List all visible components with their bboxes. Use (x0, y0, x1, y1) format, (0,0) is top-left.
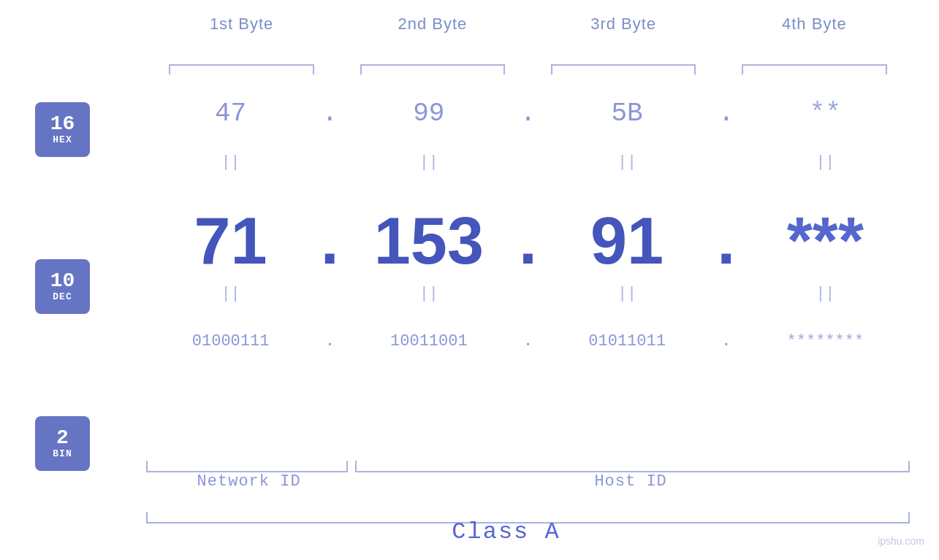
bin-b2: 10011001 (344, 332, 513, 350)
hex-name: HEX (53, 134, 72, 145)
top-bracket-2 (337, 64, 528, 74)
dec-b3: 91 (543, 208, 712, 274)
network-id-label: Network ID (197, 472, 301, 491)
eq-db-1: || (146, 285, 315, 303)
bin-b3: 01011011 (543, 332, 712, 350)
bin-badge: 2 BIN (35, 416, 90, 471)
hex-badge: 16 HEX (35, 102, 90, 157)
eq-hd-1: || (146, 153, 315, 172)
bin-name: BIN (53, 448, 72, 459)
dec-b2: 153 (344, 208, 513, 274)
ip-grid: 47 . 99 . 5B . ** || || (146, 51, 910, 487)
network-id-section: Network ID (146, 472, 351, 491)
eq-hd-4: || (741, 153, 910, 172)
bin-row: 01000111 . 10011001 . 01011011 . *******… (146, 332, 910, 350)
dec-dot-3: . (712, 208, 741, 274)
byte-label-3: 3rd Byte (528, 15, 719, 34)
eq-hd-3: || (543, 153, 712, 172)
dec-b1: 71 (146, 208, 315, 274)
main-container: 1st Byte 2nd Byte 3rd Byte 4th Byte 16 H… (0, 0, 939, 560)
equals-hex-dec: || || || || (146, 153, 910, 172)
bin-dot-3: . (712, 332, 741, 350)
bottom-labels: Network ID Host ID (146, 472, 910, 491)
network-id-bracket (146, 461, 348, 472)
dec-dot-1: . (315, 208, 344, 274)
watermark: ipshu.com (878, 535, 924, 547)
dec-name: DEC (53, 291, 72, 302)
hex-dot-2: . (514, 99, 543, 129)
class-label-area: Class A (146, 518, 866, 545)
byte-label-2: 2nd Byte (337, 15, 528, 34)
dec-badge: 10 DEC (35, 259, 90, 314)
byte-label-4: 4th Byte (719, 15, 910, 34)
hex-row: 47 . 99 . 5B . ** (146, 99, 910, 129)
hex-b4: ** (741, 99, 910, 129)
top-bracket-row (146, 64, 910, 74)
byte-label-1: 1st Byte (146, 15, 337, 34)
eq-db-4: || (741, 285, 910, 303)
host-id-bracket (355, 461, 910, 472)
bin-dot-1: . (315, 332, 344, 350)
bin-b4: ******** (741, 332, 910, 350)
hex-b2: 99 (344, 99, 513, 129)
dec-row: 71 . 153 . 91 . *** (146, 208, 910, 274)
byte-labels: 1st Byte 2nd Byte 3rd Byte 4th Byte (146, 15, 910, 34)
dec-number: 10 (50, 271, 75, 291)
bin-number: 2 (56, 428, 69, 448)
hex-number: 16 (50, 114, 75, 134)
hex-b3: 5B (543, 99, 712, 129)
host-id-section: Host ID (351, 472, 910, 491)
hex-dot-3: . (712, 99, 741, 129)
class-label: Class A (452, 518, 560, 545)
hex-dot-1: . (315, 99, 344, 129)
host-id-label: Host ID (594, 472, 666, 491)
top-bracket-1 (146, 64, 337, 74)
equals-dec-bin: || || || || (146, 285, 910, 303)
base-badges: 16 HEX 10 DEC 2 BIN (35, 102, 90, 471)
dec-b4: *** (741, 208, 910, 274)
eq-hd-2: || (344, 153, 513, 172)
hex-b1: 47 (146, 99, 315, 129)
top-bracket-3 (528, 64, 719, 74)
bin-dot-2: . (514, 332, 543, 350)
bottom-brackets (146, 461, 910, 472)
bin-b1: 01000111 (146, 332, 315, 350)
eq-db-2: || (344, 285, 513, 303)
eq-db-3: || (543, 285, 712, 303)
dec-dot-2: . (514, 208, 543, 274)
top-bracket-4 (719, 64, 910, 74)
